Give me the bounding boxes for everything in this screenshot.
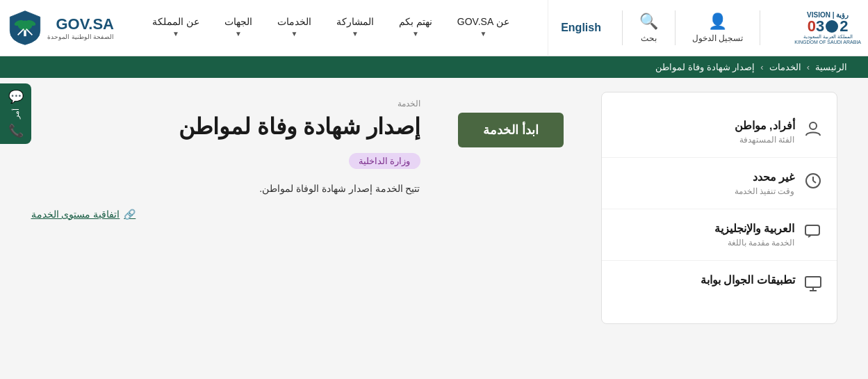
chat-icon xyxy=(803,223,823,245)
sidebar-time-title: غير محدد xyxy=(616,170,795,184)
breadcrumb-current: إصدار شهادة وفاة لمواطن xyxy=(655,62,755,72)
divider-3 xyxy=(622,10,623,45)
kingdom-text: المملكة العربية السعوديةKINGDOM OF SAUDI… xyxy=(794,34,861,45)
main-nav: عن GOV.SA ▼ نهتم بكم ▼ المشاركة ▼ الخدما… xyxy=(140,0,522,56)
sidebar-target-subtitle: الفئة المستهدفة xyxy=(616,135,795,145)
service-category-label: الخدمة xyxy=(31,99,420,108)
vision-logo: رؤية | VISION 230 المملكة العربية السعود… xyxy=(794,11,861,45)
sidebar-time-subtitle: وقت تنفيذ الخدمة xyxy=(616,186,795,196)
nav-label-entities: الجهات xyxy=(224,16,252,27)
phone-icon: 📞 xyxy=(8,123,24,138)
sidebar-item-apps: تطبيقات الجوال بوابة xyxy=(602,261,837,309)
nav-item-kingdom[interactable]: عن المملكة ▼ xyxy=(140,0,212,56)
sidebar-target-title: أفراد, مواطن xyxy=(616,119,795,132)
svg-point-6 xyxy=(810,122,817,129)
nav-label-care: نهتم بكم xyxy=(399,16,432,27)
nav-label-govsa: عن GOV.SA xyxy=(457,16,509,27)
site-header: رؤية | VISION 230 المملكة العربية السعود… xyxy=(0,0,868,56)
divider-1 xyxy=(760,10,760,45)
clock-icon xyxy=(803,172,823,194)
service-title: إصدار شهادة وفاة لمواطن xyxy=(31,113,420,142)
chat-label: أمر xyxy=(11,108,20,119)
divider-2 xyxy=(675,10,675,45)
chevron-down-icon: ▼ xyxy=(480,30,487,38)
sidebar-apps-content: تطبيقات الجوال بوابة xyxy=(616,273,795,289)
breadcrumb-services[interactable]: الخدمات xyxy=(769,62,801,72)
sidebar-item-language: العربية والإنجليزية الخدمة مقدمة باللغة xyxy=(602,209,837,261)
nav-item-entities[interactable]: الجهات ▼ xyxy=(212,0,265,56)
chevron-down-icon: ▼ xyxy=(172,30,179,38)
chevron-down-icon: ▼ xyxy=(235,30,242,38)
sidebar-panel: أفراد, مواطن الفئة المستهدفة غير محدد وق… xyxy=(601,92,837,324)
login-button[interactable]: 👤 تسجيل الدخول xyxy=(684,13,751,43)
external-link-icon: 🔗 xyxy=(124,209,136,220)
govsa-title: GOV.SA xyxy=(47,15,114,33)
breadcrumb: الرئيسية › الخدمات › إصدار شهادة وفاة لم… xyxy=(0,56,868,78)
login-icon: 👤 xyxy=(708,13,727,31)
svg-rect-11 xyxy=(805,277,821,287)
start-service-button[interactable]: ابدأ الخدمة xyxy=(458,113,564,147)
main-content: أفراد, مواطن الفئة المستهدفة غير محدد وق… xyxy=(17,78,851,338)
nav-item-participation[interactable]: المشاركة ▼ xyxy=(324,0,386,56)
nav-item-services[interactable]: الخدمات ▼ xyxy=(265,0,324,56)
chat-bubble-icon: 💬 xyxy=(8,89,24,104)
person-icon xyxy=(803,120,823,143)
center-area: ابدأ الخدمة xyxy=(441,92,580,324)
sidebar-target-content: أفراد, مواطن الفئة المستهدفة xyxy=(616,119,795,145)
chevron-down-icon: ▼ xyxy=(352,30,359,38)
breadcrumb-home[interactable]: الرئيسية xyxy=(815,62,847,72)
chat-widget[interactable]: 💬 أمر 📞 xyxy=(0,83,31,144)
search-label: بحث xyxy=(641,33,657,43)
service-level-agreement-link[interactable]: 🔗 اتفاقية مستوى الخدمة xyxy=(31,209,420,220)
language-toggle[interactable]: English xyxy=(548,0,614,56)
breadcrumb-sep-1: › xyxy=(807,62,810,72)
nav-label-participation: المشاركة xyxy=(336,16,374,27)
ministry-badge-text: وزارة الداخلية xyxy=(349,153,420,169)
service-description: تتيح الخدمة إصدار شهادة الوفاة لمواطن. xyxy=(31,180,420,197)
nav-item-care[interactable]: نهتم بكم ▼ xyxy=(386,0,445,56)
nav-label-kingdom: عن المملكة xyxy=(152,16,199,27)
monitor-icon xyxy=(803,275,823,297)
chevron-down-icon: ▼ xyxy=(412,30,419,38)
svg-line-9 xyxy=(813,181,816,183)
sidebar-item-time: غير محدد وقت تنفيذ الخدمة xyxy=(602,158,837,209)
year-box: 230 xyxy=(808,19,849,34)
sidebar-apps-title: تطبيقات الجوال بوابة xyxy=(616,273,795,287)
service-info: الخدمة إصدار شهادة وفاة لمواطن وزارة الد… xyxy=(31,92,420,324)
govsa-logo: GOV.SA الصفحة الوطنية الموحدة xyxy=(7,10,114,46)
sidebar-time-content: غير محدد وقت تنفيذ الخدمة xyxy=(616,170,795,196)
ministry-badge: وزارة الداخلية xyxy=(31,153,420,180)
chevron-down-icon: ▼ xyxy=(290,30,297,38)
sidebar-language-subtitle: الخدمة مقدمة باللغة xyxy=(616,238,795,248)
nav-item-govsa[interactable]: عن GOV.SA ▼ xyxy=(445,0,522,56)
svg-rect-10 xyxy=(805,225,819,235)
nav-label-services: الخدمات xyxy=(277,16,311,27)
govsa-subtitle: الصفحة الوطنية الموحدة xyxy=(47,33,114,40)
govsa-shield-icon xyxy=(7,10,43,46)
sidebar-language-title: العربية والإنجليزية xyxy=(616,222,795,235)
sla-link-label: اتفاقية مستوى الخدمة xyxy=(31,209,120,220)
breadcrumb-sep-2: › xyxy=(760,62,763,72)
sidebar-item-target: أفراد, مواطن الفئة المستهدفة xyxy=(602,106,837,158)
sidebar-language-content: العربية والإنجليزية الخدمة مقدمة باللغة xyxy=(616,222,795,248)
english-label: English xyxy=(561,22,601,34)
login-label: تسجيل الدخول xyxy=(692,33,743,43)
search-button[interactable]: 🔍 بحث xyxy=(631,13,666,43)
search-icon: 🔍 xyxy=(639,13,658,31)
